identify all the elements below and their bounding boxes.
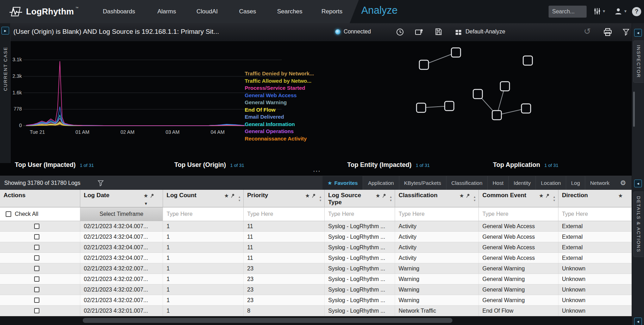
- panel-pager[interactable]: 1 of 31: [544, 163, 558, 168]
- select-timeframe-button[interactable]: Select Timeframe: [80, 207, 163, 221]
- star-icon[interactable]: ★: [144, 192, 148, 199]
- star-icon[interactable]: ★: [376, 192, 380, 199]
- star-icon[interactable]: ★: [305, 192, 310, 199]
- nav-item-cloudai[interactable]: CloudAI: [196, 0, 218, 23]
- row-checkbox[interactable]: [34, 298, 39, 303]
- tab-kbytes-packets[interactable]: KBytes/Packets: [399, 176, 446, 190]
- row-checkbox[interactable]: [34, 255, 39, 261]
- log-row[interactable]: 02/21/2023 4:32:04.007...111Syslog - Log…: [0, 232, 632, 242]
- horizontal-scrollbar[interactable]: [0, 316, 632, 325]
- nav-item-alarms[interactable]: Alarms: [157, 0, 176, 23]
- nav-item-reports[interactable]: Reports: [321, 0, 343, 23]
- expand-details-button[interactable]: ◂: [634, 180, 642, 187]
- expand-current-case-button[interactable]: ▸: [1, 27, 9, 35]
- graph-node-6[interactable]: [417, 103, 426, 112]
- star-icon[interactable]: ★: [224, 192, 229, 199]
- column-header-common-event[interactable]: Common Event★▲▼: [479, 190, 558, 208]
- sort-toggle-icon[interactable]: ▲▼: [389, 196, 392, 202]
- horizontal-scrollbar-thumb[interactable]: [83, 318, 452, 323]
- pin-icon[interactable]: [466, 193, 470, 199]
- tab-application[interactable]: Application: [363, 176, 399, 190]
- help-icon[interactable]: ?: [632, 7, 641, 16]
- row-checkbox[interactable]: [34, 266, 39, 271]
- user-menu-icon[interactable]: [614, 7, 623, 17]
- pin-icon[interactable]: [546, 193, 550, 199]
- save-icon[interactable]: [434, 28, 442, 37]
- tab-classification[interactable]: Classification: [446, 176, 487, 190]
- filter-input-common-event[interactable]: [479, 207, 558, 221]
- log-row[interactable]: 02/21/2023 4:32:04.007...111Syslog - Log…: [0, 253, 632, 263]
- filter-input-direction[interactable]: [558, 207, 631, 221]
- graph-node-8[interactable]: [492, 111, 501, 120]
- tab-location[interactable]: Location: [536, 176, 566, 190]
- column-header-log-source-type[interactable]: Log Source Type★▲▼: [325, 190, 395, 208]
- chevron-down-icon[interactable]: ▾: [603, 8, 605, 14]
- log-row[interactable]: 02/21/2023 4:32:02.007...123Syslog - Log…: [0, 295, 632, 306]
- layout-grid-icon[interactable]: [455, 29, 462, 37]
- legend-traffic-denied-by-network[interactable]: Traffic Denied by Network...: [245, 70, 314, 77]
- pin-window-icon[interactable]: [415, 29, 423, 38]
- filter-input-log-source-type[interactable]: [325, 207, 395, 221]
- check-all-checkbox[interactable]: [6, 211, 11, 217]
- star-icon[interactable]: ★: [459, 192, 464, 199]
- filter-input-priority[interactable]: [244, 207, 324, 221]
- time-range-clock-icon[interactable]: [396, 28, 404, 38]
- graph-node-9[interactable]: [521, 104, 531, 113]
- row-checkbox[interactable]: [34, 245, 39, 250]
- undo-icon[interactable]: ↺: [584, 26, 591, 36]
- log-row[interactable]: 02/21/2023 4:32:04.007...111Syslog - Log…: [0, 242, 632, 253]
- expand-corner-button[interactable]: ◂: [634, 318, 642, 325]
- logs-filter-icon[interactable]: [98, 180, 104, 188]
- column-header-priority[interactable]: Priority★▲▼: [244, 190, 325, 208]
- nav-item-searches[interactable]: Searches: [277, 0, 302, 23]
- panel-pager[interactable]: 1 of 31: [80, 163, 94, 168]
- legend-general-web-access[interactable]: General Web Access: [245, 92, 314, 99]
- graph-node-5[interactable]: [500, 82, 509, 91]
- legend-reconnaissance-activity[interactable]: Reconnaissance Activity: [245, 135, 314, 143]
- row-checkbox[interactable]: [34, 276, 39, 282]
- legend-end-of-flow[interactable]: End Of Flow: [245, 106, 314, 114]
- filter-input-classification[interactable]: [395, 207, 479, 221]
- panel-resize-handle[interactable]: ⋯: [309, 167, 325, 176]
- row-checkbox[interactable]: [34, 308, 39, 313]
- column-header-actions[interactable]: Actions: [0, 190, 80, 208]
- panel-pager[interactable]: 1 of 31: [230, 163, 244, 168]
- tab-log[interactable]: Log: [566, 176, 585, 190]
- row-checkbox[interactable]: [34, 234, 39, 239]
- pin-icon[interactable]: [150, 193, 154, 199]
- logrhythm-brand[interactable]: LogRhythm ™: [9, 0, 79, 23]
- graph-node-4[interactable]: [473, 89, 482, 99]
- filter-input-log-count[interactable]: [163, 207, 243, 221]
- gear-icon[interactable]: ⚙: [620, 176, 626, 190]
- column-header-log-date[interactable]: Log Date★▼: [80, 190, 163, 208]
- search-input[interactable]: [549, 6, 587, 18]
- layout-name[interactable]: Default-Analyze: [465, 29, 505, 35]
- tab-network[interactable]: Network: [585, 176, 614, 190]
- search-options-icon[interactable]: [594, 7, 601, 17]
- graph-node-2[interactable]: [451, 48, 461, 57]
- log-row[interactable]: 02/21/2023 4:32:02.007...123Syslog - Log…: [0, 274, 632, 285]
- tab-favorites[interactable]: ★Favorites: [323, 176, 363, 190]
- column-header-log-count[interactable]: Log Count★▲▼: [163, 190, 244, 208]
- graph-node-1[interactable]: [419, 60, 429, 69]
- log-row[interactable]: 02/21/2023 4:32:02.007...123Syslog - Log…: [0, 263, 632, 274]
- row-checkbox[interactable]: [34, 224, 39, 229]
- nav-item-cases[interactable]: Cases: [239, 0, 256, 23]
- row-checkbox[interactable]: [34, 287, 39, 292]
- pin-icon[interactable]: [382, 193, 386, 199]
- star-icon[interactable]: ★: [539, 192, 544, 199]
- filter-icon[interactable]: [623, 29, 630, 37]
- tab-analyze[interactable]: Analyze: [361, 5, 398, 16]
- sort-toggle-icon[interactable]: ▲▼: [238, 196, 241, 202]
- log-row[interactable]: 02/21/2023 4:32:04.007...111Syslog - Log…: [0, 221, 632, 232]
- legend-email-delivered[interactable]: Email Delivered: [245, 113, 314, 121]
- tab-details-actions[interactable]: DETAILS & ACTIONS: [633, 192, 644, 257]
- column-header-direction[interactable]: Direction★: [558, 190, 632, 208]
- log-row[interactable]: 02/21/2023 4:32:01.007...18Syslog - LogR…: [0, 306, 632, 316]
- panel-pager[interactable]: 1 of 31: [416, 163, 430, 168]
- sort-toggle-icon[interactable]: ▲▼: [319, 196, 322, 202]
- legend-general-operations[interactable]: General Operations: [245, 128, 314, 135]
- graph-node-7[interactable]: [445, 101, 454, 111]
- sort-toggle-icon[interactable]: ▲▼: [553, 196, 556, 202]
- column-header-classification[interactable]: Classification★▲▼: [395, 190, 479, 208]
